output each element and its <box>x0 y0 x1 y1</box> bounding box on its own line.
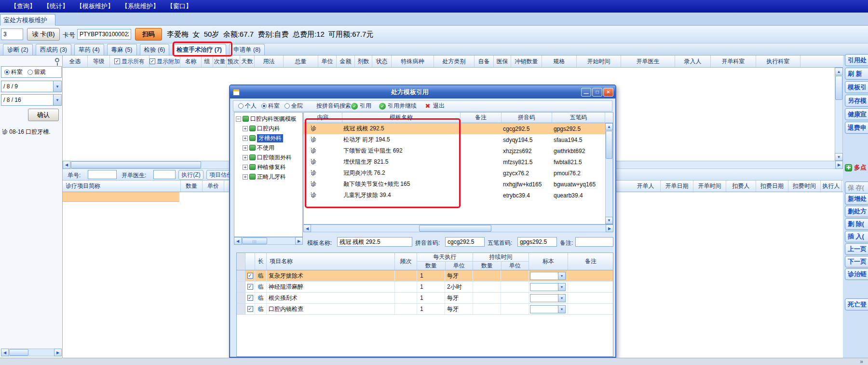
observation-radio[interactable]: 留观 <box>27 68 46 76</box>
window-tab[interactable]: 室处方模板维护 <box>0 14 55 26</box>
menu-item[interactable]: 【模板维护】 <box>76 2 114 11</box>
date-to-picker[interactable]: / 8 / 16 <box>1 94 62 106</box>
combo-arrow-icon[interactable] <box>558 272 565 280</box>
scroll-left-button[interactable] <box>234 237 242 245</box>
scroll-thumb[interactable] <box>71 161 201 168</box>
template-row[interactable]: 诊 儿童乳牙拔除 39.4 etrybc39.4 quearb39.4 <box>304 190 613 201</box>
side-button[interactable]: 引用处 <box>845 54 868 66</box>
scroll-right-button[interactable] <box>54 349 62 356</box>
death-register-button[interactable]: 死亡登 <box>845 298 868 310</box>
wubi-code-input[interactable] <box>517 237 557 247</box>
template-row[interactable]: 诊 颞下颌关节复位+颊兜 165 nxhgjfw+kd165 bgwuatw+y… <box>304 179 613 190</box>
specimen-combobox[interactable] <box>530 305 566 313</box>
prescription-tab[interactable]: 检查手术治疗 (7) <box>172 44 226 55</box>
chevron-down-icon[interactable] <box>53 81 61 92</box>
quote-continue-button[interactable]: 引用并继续 <box>379 102 417 110</box>
exit-button[interactable]: 退出 <box>424 102 445 110</box>
tree-expander-icon[interactable] <box>243 126 248 131</box>
prescription-tab[interactable]: 草药 (4) <box>74 44 104 55</box>
scroll-left-button[interactable] <box>63 161 70 169</box>
side-button[interactable]: 诊治链 <box>845 268 868 280</box>
dialog-titlebar[interactable]: 处方模板引用 <box>230 85 615 98</box>
scroll-thumb[interactable] <box>9 349 28 356</box>
selected-empty-row[interactable] <box>63 192 179 202</box>
template-row[interactable]: 诊 埋伏阻生牙 821.5 mfzsy821.5 fwbta821.5 <box>304 156 613 168</box>
tree-item[interactable]: 牙槽外科 <box>243 133 302 143</box>
show-all-checkbox[interactable]: 显示所有 <box>110 56 149 67</box>
header-cell-select-all[interactable]: 全选 <box>63 56 88 67</box>
side-button[interactable]: 插 入( <box>845 231 868 242</box>
personal-radio[interactable]: 个人 <box>238 102 257 110</box>
confirm-button[interactable]: 确认 <box>28 109 59 121</box>
pin-icon[interactable] <box>55 58 59 62</box>
maximize-button[interactable] <box>592 88 602 97</box>
multi-point-item[interactable]: 多点 <box>845 163 867 172</box>
execute-button[interactable]: 执行(Z) <box>178 170 203 180</box>
tree-expander-icon[interactable] <box>243 155 248 160</box>
specimen-combobox[interactable] <box>530 283 566 291</box>
read-card-button[interactable]: 读 卡(B) <box>27 28 60 41</box>
side-button[interactable]: 下一页 <box>845 256 868 267</box>
item-checkbox[interactable] <box>245 304 255 314</box>
tree-expander-icon[interactable] <box>243 136 248 141</box>
side-button[interactable]: 退费申 <box>845 122 868 134</box>
specimen-combobox[interactable] <box>530 294 566 302</box>
side-button[interactable]: 健康宣 <box>845 108 868 120</box>
tree-item[interactable]: 种植修复科 <box>243 162 302 172</box>
department-radio[interactable]: 科室 <box>261 102 280 110</box>
scroll-thumb[interactable]: ||| <box>242 238 267 244</box>
scroll-down-button[interactable] <box>835 153 843 161</box>
template-row[interactable]: 诊 残冠 残根 292.5 cgcg292.5 gpgs292.5 <box>304 123 613 134</box>
scroll-thumb[interactable] <box>835 76 842 100</box>
prescription-tab[interactable]: 诊断 (2) <box>3 44 33 55</box>
item-row[interactable]: 临 神经阻滞麻醉 1 2小时 <box>237 281 613 293</box>
left-panel-scrollbar[interactable] <box>1 349 62 356</box>
scroll-thumb[interactable] <box>419 225 491 232</box>
side-button[interactable]: 删处方 <box>845 206 868 217</box>
scroll-left-button[interactable] <box>303 225 311 232</box>
scan-button[interactable]: 扫码 <box>135 28 162 41</box>
close-button[interactable] <box>603 88 613 97</box>
scroll-left-button[interactable] <box>1 349 9 356</box>
tree-scrollbar[interactable]: ||| <box>234 237 303 245</box>
date-from-picker[interactable]: / 8 / 9 <box>1 81 62 92</box>
side-button[interactable]: 新增处 <box>845 193 868 205</box>
left-number-input[interactable] <box>1 28 23 40</box>
item-row[interactable]: 临 口腔内镜检查 1 每牙 <box>237 304 613 315</box>
item-row[interactable]: 临 根尖搔刮术 1 每牙 <box>237 293 613 304</box>
side-button[interactable]: 刷 新 <box>845 68 868 80</box>
specimen-combobox[interactable] <box>530 272 566 280</box>
scroll-right-button[interactable] <box>835 161 843 169</box>
tree-root[interactable]: 口腔内科医嘱模板 <box>236 114 302 124</box>
pinyin-code-input[interactable] <box>445 237 485 247</box>
side-button[interactable]: 删 除( <box>845 218 868 230</box>
minimize-button[interactable] <box>581 88 591 97</box>
show-extra-checkbox[interactable]: 显示附加 <box>149 56 180 67</box>
chevron-down-icon[interactable] <box>53 95 61 105</box>
quote-button[interactable]: 引用 <box>351 102 371 110</box>
tree-item[interactable]: 口腔内科 <box>243 124 302 133</box>
card-no-input[interactable] <box>77 29 131 40</box>
tree-expander-icon[interactable] <box>243 174 248 180</box>
combo-arrow-icon[interactable] <box>558 295 565 302</box>
item-checkbox[interactable] <box>245 293 255 303</box>
note-input[interactable] <box>575 237 613 247</box>
prescription-tab[interactable]: 申请单 (8) <box>229 44 265 55</box>
tree-item[interactable]: 正畸儿牙科 <box>243 172 302 182</box>
template-table-hscrollbar[interactable] <box>303 225 613 232</box>
item-row[interactable]: 临 复杂牙拔除术 1 每牙 <box>237 270 613 281</box>
menu-item[interactable]: 【查询】 <box>11 2 36 11</box>
scroll-down-button[interactable] <box>605 217 613 224</box>
prescription-tab[interactable]: 检验 (6) <box>140 44 170 55</box>
schedule-list-item[interactable]: 诊 08-16 口腔牙槽. <box>2 128 51 136</box>
scroll-up-button[interactable] <box>605 123 613 130</box>
tree-expander-icon[interactable] <box>243 145 248 151</box>
prescription-tab[interactable]: 毒麻 (5) <box>107 44 137 55</box>
scroll-right-button[interactable] <box>295 237 303 245</box>
item-checkbox[interactable] <box>245 270 255 281</box>
template-name-input[interactable] <box>337 237 412 247</box>
combo-arrow-icon[interactable] <box>558 283 565 291</box>
menu-item[interactable]: 【系统维护】 <box>122 2 159 11</box>
template-table-vscrollbar[interactable] <box>605 123 613 224</box>
item-checkbox[interactable] <box>245 281 255 292</box>
